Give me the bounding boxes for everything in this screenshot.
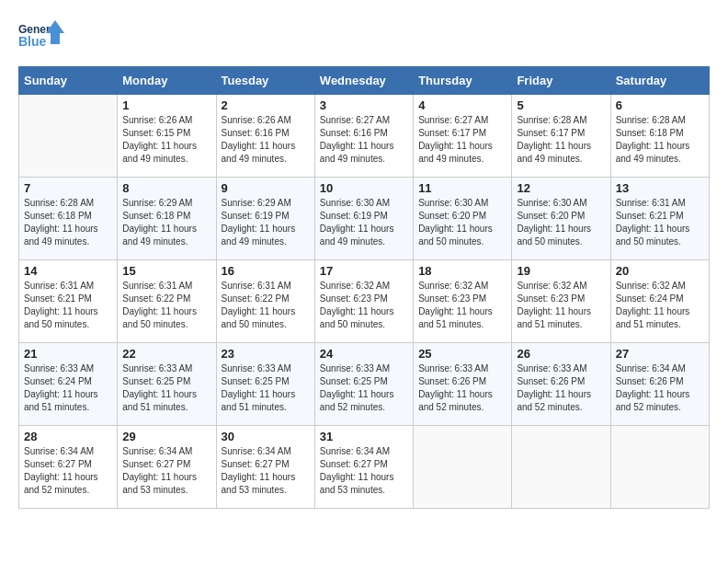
calendar-week-2: 7Sunrise: 6:28 AMSunset: 6:18 PMDaylight… [19,178,710,260]
svg-text:Blue: Blue [18,34,47,49]
day-info: Sunrise: 6:28 AMSunset: 6:18 PMDaylight:… [616,114,704,166]
calendar-cell: 4Sunrise: 6:27 AMSunset: 6:17 PMDaylight… [414,95,512,178]
day-info: Sunrise: 6:34 AMSunset: 6:27 PMDaylight:… [24,445,112,497]
day-info: Sunrise: 6:33 AMSunset: 6:26 PMDaylight:… [418,362,506,414]
day-number: 11 [418,181,506,195]
calendar-cell: 3Sunrise: 6:27 AMSunset: 6:16 PMDaylight… [314,95,413,178]
day-info: Sunrise: 6:32 AMSunset: 6:23 PMDaylight:… [418,280,506,331]
calendar-cell: 19Sunrise: 6:32 AMSunset: 6:23 PMDayligh… [512,260,610,343]
day-number: 23 [222,347,310,361]
day-number: 14 [24,264,112,278]
day-info: Sunrise: 6:34 AMSunset: 6:26 PMDaylight:… [616,362,704,414]
calendar-cell: 2Sunrise: 6:26 AMSunset: 6:16 PMDaylight… [216,95,314,178]
day-info: Sunrise: 6:30 AMSunset: 6:20 PMDaylight:… [418,197,506,248]
day-number: 1 [122,98,210,112]
day-info: Sunrise: 6:28 AMSunset: 6:17 PMDaylight:… [517,114,605,166]
day-number: 22 [122,347,210,361]
calendar-cell: 27Sunrise: 6:34 AMSunset: 6:26 PMDayligh… [610,343,709,426]
day-info: Sunrise: 6:30 AMSunset: 6:19 PMDaylight:… [320,197,408,248]
day-info: Sunrise: 6:29 AMSunset: 6:19 PMDaylight:… [222,197,310,248]
calendar-cell: 30Sunrise: 6:34 AMSunset: 6:27 PMDayligh… [216,426,314,509]
calendar-cell: 8Sunrise: 6:29 AMSunset: 6:18 PMDaylight… [118,178,216,260]
weekday-thursday: Thursday [414,67,512,95]
day-number: 30 [222,430,310,443]
calendar-cell: 17Sunrise: 6:32 AMSunset: 6:23 PMDayligh… [314,260,413,343]
calendar-cell: 23Sunrise: 6:33 AMSunset: 6:25 PMDayligh… [216,343,314,426]
day-number: 8 [122,181,210,195]
day-info: Sunrise: 6:32 AMSunset: 6:23 PMDaylight:… [517,280,605,331]
calendar-cell: 10Sunrise: 6:30 AMSunset: 6:19 PMDayligh… [314,178,413,260]
calendar-cell [512,426,610,509]
weekday-monday: Monday [118,67,216,95]
day-number: 19 [517,264,605,278]
calendar-cell [414,426,512,509]
calendar-week-1: 1Sunrise: 6:26 AMSunset: 6:15 PMDaylight… [19,95,710,178]
day-info: Sunrise: 6:33 AMSunset: 6:25 PMDaylight:… [320,362,408,414]
calendar-week-5: 28Sunrise: 6:34 AMSunset: 6:27 PMDayligh… [19,426,710,509]
weekday-tuesday: Tuesday [216,67,314,95]
day-number: 26 [517,347,605,361]
calendar-body: 1Sunrise: 6:26 AMSunset: 6:15 PMDaylight… [19,95,710,509]
calendar-cell: 24Sunrise: 6:33 AMSunset: 6:25 PMDayligh… [314,343,413,426]
day-info: Sunrise: 6:27 AMSunset: 6:16 PMDaylight:… [320,114,408,166]
day-number: 31 [320,430,408,443]
calendar-cell: 21Sunrise: 6:33 AMSunset: 6:24 PMDayligh… [19,343,118,426]
day-number: 6 [616,98,704,112]
day-info: Sunrise: 6:32 AMSunset: 6:24 PMDaylight:… [616,280,704,331]
day-info: Sunrise: 6:31 AMSunset: 6:22 PMDaylight:… [122,280,210,331]
day-info: Sunrise: 6:34 AMSunset: 6:27 PMDaylight:… [222,445,310,497]
weekday-header-row: SundayMondayTuesdayWednesdayThursdayFrid… [19,67,710,95]
weekday-friday: Friday [512,67,610,95]
page-header: General Blue [18,18,710,57]
day-number: 15 [122,264,210,278]
calendar-cell [610,426,709,509]
calendar-cell: 12Sunrise: 6:30 AMSunset: 6:20 PMDayligh… [512,178,610,260]
calendar-cell: 25Sunrise: 6:33 AMSunset: 6:26 PMDayligh… [414,343,512,426]
day-info: Sunrise: 6:28 AMSunset: 6:18 PMDaylight:… [24,197,112,248]
calendar-cell: 9Sunrise: 6:29 AMSunset: 6:19 PMDaylight… [216,178,314,260]
calendar-cell: 22Sunrise: 6:33 AMSunset: 6:25 PMDayligh… [118,343,216,426]
weekday-wednesday: Wednesday [314,67,413,95]
day-number: 10 [320,181,408,195]
day-number: 20 [616,264,704,278]
day-number: 13 [616,181,704,195]
day-number: 25 [418,347,506,361]
day-number: 7 [24,181,112,195]
day-number: 17 [320,264,408,278]
calendar-cell: 20Sunrise: 6:32 AMSunset: 6:24 PMDayligh… [610,260,709,343]
calendar-cell: 5Sunrise: 6:28 AMSunset: 6:17 PMDaylight… [512,95,610,178]
logo: General Blue [18,18,64,57]
day-number: 21 [24,347,112,361]
day-number: 28 [24,430,112,443]
day-info: Sunrise: 6:33 AMSunset: 6:25 PMDaylight:… [222,362,310,414]
day-info: Sunrise: 6:31 AMSunset: 6:22 PMDaylight:… [222,280,310,331]
day-info: Sunrise: 6:33 AMSunset: 6:26 PMDaylight:… [517,362,605,414]
day-info: Sunrise: 6:29 AMSunset: 6:18 PMDaylight:… [122,197,210,248]
day-info: Sunrise: 6:27 AMSunset: 6:17 PMDaylight:… [418,114,506,166]
day-info: Sunrise: 6:31 AMSunset: 6:21 PMDaylight:… [616,197,704,248]
day-number: 29 [122,430,210,443]
day-info: Sunrise: 6:31 AMSunset: 6:21 PMDaylight:… [24,280,112,331]
day-number: 5 [517,98,605,112]
calendar-table: SundayMondayTuesdayWednesdayThursdayFrid… [18,66,710,509]
weekday-sunday: Sunday [19,67,118,95]
calendar-cell [19,95,118,178]
calendar-cell: 28Sunrise: 6:34 AMSunset: 6:27 PMDayligh… [19,426,118,509]
calendar-cell: 7Sunrise: 6:28 AMSunset: 6:18 PMDaylight… [19,178,118,260]
day-number: 16 [222,264,310,278]
calendar-cell: 14Sunrise: 6:31 AMSunset: 6:21 PMDayligh… [19,260,118,343]
calendar-week-3: 14Sunrise: 6:31 AMSunset: 6:21 PMDayligh… [19,260,710,343]
calendar-cell: 1Sunrise: 6:26 AMSunset: 6:15 PMDaylight… [118,95,216,178]
day-info: Sunrise: 6:34 AMSunset: 6:27 PMDaylight:… [122,445,210,497]
day-number: 12 [517,181,605,195]
calendar-week-4: 21Sunrise: 6:33 AMSunset: 6:24 PMDayligh… [19,343,710,426]
day-number: 24 [320,347,408,361]
day-info: Sunrise: 6:33 AMSunset: 6:25 PMDaylight:… [122,362,210,414]
day-info: Sunrise: 6:26 AMSunset: 6:16 PMDaylight:… [222,114,310,166]
day-number: 3 [320,98,408,112]
weekday-saturday: Saturday [610,67,709,95]
day-number: 18 [418,264,506,278]
calendar-cell: 29Sunrise: 6:34 AMSunset: 6:27 PMDayligh… [118,426,216,509]
calendar-cell: 13Sunrise: 6:31 AMSunset: 6:21 PMDayligh… [610,178,709,260]
day-number: 2 [222,98,310,112]
